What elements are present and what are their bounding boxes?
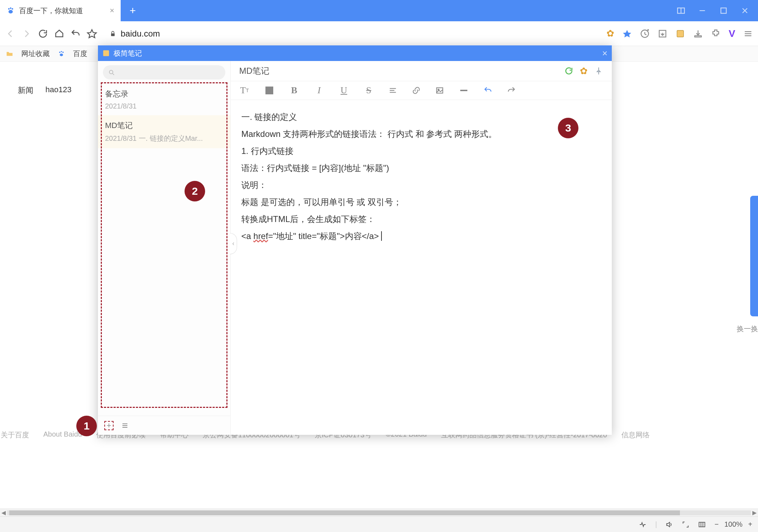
bee-icon[interactable]: ✿ bbox=[580, 66, 588, 77]
address-bar[interactable]: baidu.com bbox=[103, 29, 601, 39]
zoom-control: − 100% + bbox=[714, 520, 752, 528]
zoom-out-button[interactable]: − bbox=[714, 520, 719, 528]
scroll-thumb[interactable] bbox=[9, 510, 680, 515]
baidu-paw-icon bbox=[6, 6, 15, 15]
activity-icon[interactable] bbox=[639, 521, 647, 528]
browser-statusbar: | − 100% + bbox=[0, 516, 758, 532]
volume-icon[interactable] bbox=[665, 521, 673, 528]
star-outline-icon[interactable] bbox=[87, 28, 97, 39]
bookmark-folder[interactable]: 网址收藏 bbox=[21, 49, 50, 59]
maximize-icon[interactable] bbox=[719, 6, 728, 15]
expand-icon[interactable] bbox=[682, 521, 690, 528]
pin-icon[interactable] bbox=[594, 66, 603, 76]
sync-icon[interactable] bbox=[564, 66, 573, 76]
bold-icon[interactable]: B bbox=[289, 85, 300, 96]
svg-point-34 bbox=[109, 70, 113, 74]
home-icon[interactable] bbox=[54, 28, 65, 39]
footer-link[interactable]: 关于百度 bbox=[1, 430, 29, 440]
search-button-edge[interactable] bbox=[750, 196, 758, 316]
editor-note-title[interactable]: MD笔记 bbox=[239, 65, 558, 77]
footer-text: 信息网络 bbox=[621, 430, 650, 440]
note-window-title: 极简笔记 bbox=[114, 49, 142, 58]
content-line: 标题 是可选的，可以用单引号 或 双引号； bbox=[241, 194, 601, 211]
browser-tab-active[interactable]: 百度一下，你就知道 × bbox=[0, 0, 121, 21]
note-app-window: 极简笔记 × 备忘录 2021/8/31 MD笔记 2021/8/31 一. 链… bbox=[98, 45, 612, 435]
screenshot-icon[interactable] bbox=[658, 29, 668, 39]
close-icon[interactable] bbox=[740, 6, 749, 15]
annotation-badge-1: 1 bbox=[76, 416, 97, 436]
horizontal-scrollbar[interactable]: ◀ ▶ bbox=[0, 509, 758, 516]
redo-icon[interactable] bbox=[507, 86, 516, 95]
image-icon[interactable] bbox=[435, 86, 444, 95]
underline-icon[interactable]: U bbox=[339, 85, 349, 96]
editor-content-area[interactable]: 一. 链接的定义 Markdown 支持两种形式的链接语法： 行内式 和 参考式… bbox=[231, 100, 612, 435]
v-logo-icon[interactable]: V bbox=[729, 28, 735, 39]
panel-split-icon[interactable] bbox=[676, 6, 686, 15]
editor-toolbar: TT B I U S bbox=[231, 81, 612, 100]
svg-point-1 bbox=[10, 7, 11, 9]
extensions-icon[interactable] bbox=[711, 29, 721, 39]
note-list-item[interactable]: 备忘录 2021/8/31 bbox=[98, 84, 230, 115]
topnav-link[interactable]: hao123 bbox=[45, 85, 71, 96]
refresh-label[interactable]: 换一换 bbox=[737, 324, 758, 334]
bee-icon[interactable]: ✿ bbox=[606, 28, 614, 39]
undo-icon[interactable] bbox=[483, 86, 493, 95]
note-search-input[interactable] bbox=[103, 65, 225, 79]
footer-link[interactable]: About Baidu bbox=[43, 430, 82, 440]
nav-back-icon[interactable] bbox=[5, 28, 16, 39]
note-app-icon bbox=[102, 49, 110, 57]
svg-line-35 bbox=[112, 73, 114, 75]
favorite-star-icon[interactable] bbox=[622, 29, 632, 39]
text-size-icon[interactable]: TT bbox=[239, 85, 250, 96]
content-line: 1. 行内式链接 bbox=[241, 143, 601, 160]
svg-point-28 bbox=[60, 54, 63, 56]
minimize-icon[interactable] bbox=[698, 6, 707, 15]
topnav-link[interactable]: 新闻 bbox=[18, 85, 33, 96]
note-item-title: MD笔记 bbox=[105, 120, 223, 131]
strikethrough-icon[interactable]: S bbox=[363, 85, 374, 96]
note-list-item-selected[interactable]: MD笔记 2021/8/31 一. 链接的定义Mar... bbox=[98, 115, 230, 148]
note-titlebar[interactable]: 极简笔记 × bbox=[98, 45, 612, 61]
undo-nav-icon[interactable] bbox=[70, 28, 81, 39]
note-editor: MD笔记 ✿ TT B I U S bbox=[231, 61, 612, 435]
reload-icon[interactable] bbox=[38, 28, 48, 39]
content-line: 语法：行内式链接 = [内容](地址 "标题") bbox=[241, 160, 601, 177]
tab-close-icon[interactable]: × bbox=[110, 6, 114, 15]
tab-title: 百度一下，你就知道 bbox=[19, 6, 83, 16]
menu-icon[interactable] bbox=[743, 29, 753, 39]
nav-forward-icon[interactable] bbox=[21, 28, 32, 39]
clock-plus-icon[interactable] bbox=[640, 29, 650, 39]
url-text: baidu.com bbox=[121, 29, 160, 39]
svg-rect-33 bbox=[103, 50, 109, 56]
svg-line-15 bbox=[645, 34, 647, 35]
note-sidebar: 备忘录 2021/8/31 MD笔记 2021/8/31 一. 链接的定义Mar… bbox=[98, 61, 231, 435]
scroll-left-icon[interactable]: ◀ bbox=[0, 509, 7, 516]
link-icon[interactable] bbox=[412, 86, 421, 95]
zoom-value: 100% bbox=[724, 520, 742, 528]
download-icon[interactable] bbox=[693, 29, 703, 39]
lock-icon bbox=[109, 30, 116, 37]
list-view-icon[interactable] bbox=[121, 421, 129, 430]
text-color-icon[interactable] bbox=[264, 85, 275, 96]
svg-rect-7 bbox=[721, 8, 726, 13]
svg-marker-10 bbox=[88, 29, 97, 38]
scroll-right-icon[interactable]: ▶ bbox=[751, 509, 758, 516]
note-item-title: 备忘录 bbox=[105, 89, 223, 99]
note-close-icon[interactable]: × bbox=[602, 48, 608, 59]
search-icon bbox=[108, 69, 115, 76]
panels-icon[interactable] bbox=[698, 521, 706, 528]
hr-icon[interactable] bbox=[458, 85, 469, 96]
zoom-in-button[interactable]: + bbox=[748, 520, 752, 528]
svg-point-25 bbox=[59, 51, 61, 53]
new-note-button[interactable]: + bbox=[104, 421, 114, 430]
new-tab-button[interactable]: + bbox=[126, 5, 140, 17]
content-line: Markdown 支持两种形式的链接语法： 行内式 和 参考式 两种形式。 bbox=[241, 126, 601, 143]
bookmark-item[interactable]: 百度 bbox=[73, 49, 87, 59]
svg-rect-30 bbox=[699, 522, 705, 527]
italic-icon[interactable]: I bbox=[314, 85, 324, 96]
svg-rect-11 bbox=[111, 33, 115, 36]
align-icon[interactable] bbox=[388, 86, 397, 95]
note-app-icon[interactable] bbox=[675, 29, 685, 39]
content-line: 一. 链接的定义 bbox=[241, 109, 601, 126]
svg-rect-19 bbox=[677, 30, 684, 37]
